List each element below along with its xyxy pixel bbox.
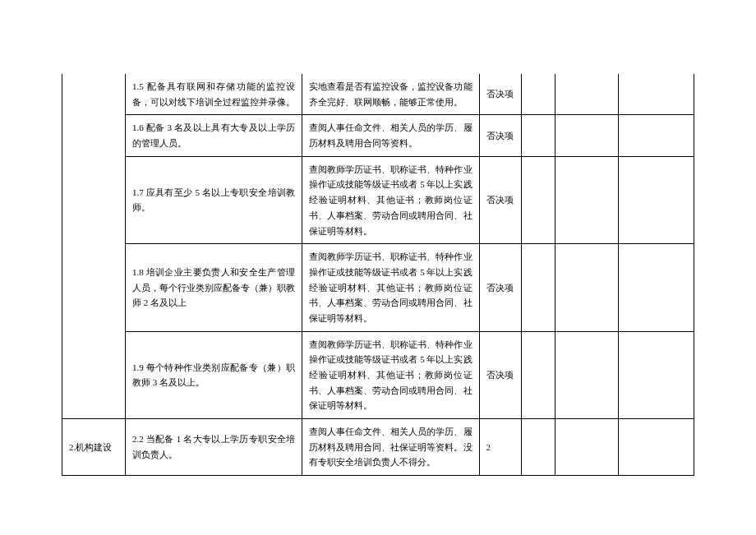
- requirement-cell: 1.6 配备 3 名及以上具有大专及以上学历的管理人员。: [125, 115, 302, 156]
- requirement-cell: 2.2 当配备 1 名大专以上学历专职安全培训负责人。: [125, 419, 302, 476]
- score-cell: 否决项: [479, 74, 521, 115]
- blank-cell: [521, 74, 555, 115]
- score-cell: 否决项: [479, 331, 521, 418]
- blank-cell: [555, 156, 618, 243]
- blank-cell: [555, 419, 618, 476]
- criteria-table: 1.5 配备具有联网和存储功能的监控设备，可以对线下培训全过程监控并录像。 实地…: [62, 74, 694, 476]
- blank-cell: [555, 74, 618, 115]
- table-row: 1.7 应具有至少 5 名以上专职安全培训教师。 查阅教师学历证书、职称证书、特…: [62, 156, 694, 243]
- requirement-cell: 1.8 培训企业主要负责人和安全生产管理人员，每个行业类别应配备专（兼）职教师 …: [125, 244, 302, 331]
- score-cell: 否决项: [479, 244, 521, 331]
- description-cell: 查阅人事任命文件、相关人员的学历、履历材料及聘用合同、社保证明等资料。没有专职安…: [302, 419, 479, 476]
- requirement-cell: 1.5 配备具有联网和存储功能的监控设备，可以对线下培训全过程监控并录像。: [125, 74, 302, 115]
- blank-cell: [618, 244, 694, 331]
- category-cell: [62, 74, 126, 419]
- blank-cell: [618, 419, 694, 476]
- blank-cell: [555, 115, 618, 156]
- table-row: 1.6 配备 3 名及以上具有大专及以上学历的管理人员。 查阅人事任命文件、相关…: [62, 115, 694, 156]
- blank-cell: [521, 331, 555, 418]
- blank-cell: [521, 156, 555, 243]
- blank-cell: [618, 156, 694, 243]
- description-cell: 查阅人事任命文件、相关人员的学历、履历材料及聘用合同等资料。: [302, 115, 479, 156]
- blank-cell: [555, 244, 618, 331]
- blank-cell: [521, 244, 555, 331]
- blank-cell: [618, 74, 694, 115]
- table-row: 2.机构建设 2.2 当配备 1 名大专以上学历专职安全培训负责人。 查阅人事任…: [62, 419, 694, 476]
- category-cell: 2.机构建设: [62, 419, 126, 476]
- document-table: 1.5 配备具有联网和存储功能的监控设备，可以对线下培训全过程监控并录像。 实地…: [62, 74, 694, 476]
- description-cell: 查阅教师学历证书、职称证书、特种作业操作证或技能等级证书或者 5 年以上实践经验…: [302, 156, 479, 243]
- requirement-cell: 1.7 应具有至少 5 名以上专职安全培训教师。: [125, 156, 302, 243]
- score-cell: 否决项: [479, 115, 521, 156]
- blank-cell: [618, 331, 694, 418]
- requirement-cell: 1.9 每个特种作业类别应配备专（兼）职教师 3 名及以上。: [125, 331, 302, 418]
- description-cell: 查阅教师学历证书、职称证书、特种作业操作证或技能等级证书或者 5 年以上实践经验…: [302, 331, 479, 418]
- blank-cell: [618, 115, 694, 156]
- description-cell: 查阅教师学历证书、职称证书、特种作业操作证或技能等级证书或者 5 年以上实践经验…: [302, 244, 479, 331]
- blank-cell: [521, 115, 555, 156]
- score-cell: 2: [479, 419, 521, 476]
- table-row: 1.9 每个特种作业类别应配备专（兼）职教师 3 名及以上。 查阅教师学历证书、…: [62, 331, 694, 418]
- score-cell: 否决项: [479, 156, 521, 243]
- description-cell: 实地查看是否有监控设备，监控设备功能齐全完好、联网顺畅，能够正常使用。: [302, 74, 479, 115]
- table-row: 1.8 培训企业主要负责人和安全生产管理人员，每个行业类别应配备专（兼）职教师 …: [62, 244, 694, 331]
- blank-cell: [521, 419, 555, 476]
- blank-cell: [555, 331, 618, 418]
- table-row: 1.5 配备具有联网和存储功能的监控设备，可以对线下培训全过程监控并录像。 实地…: [62, 74, 694, 115]
